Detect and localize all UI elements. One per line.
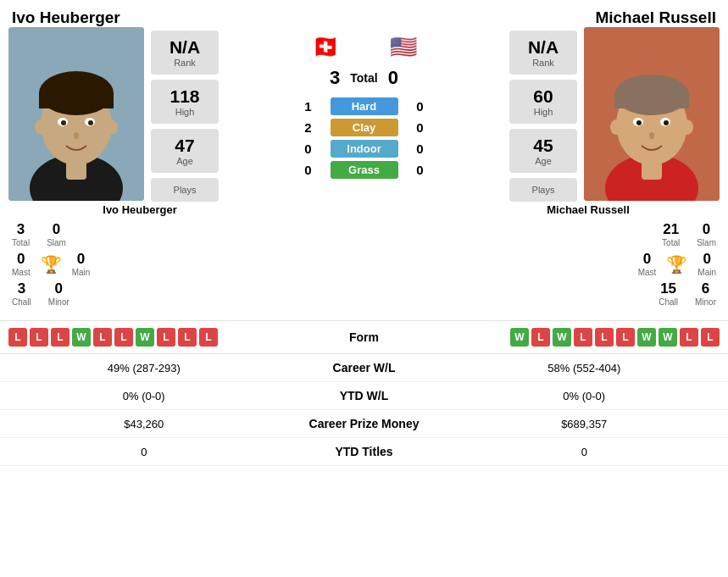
left-minor-block: 0 Minor xyxy=(48,280,69,307)
svg-point-11 xyxy=(35,119,47,135)
total-right: 0 xyxy=(388,67,398,89)
svg-point-23 xyxy=(649,132,654,139)
svg-point-21 xyxy=(636,120,642,125)
right-total-block: 21 Total xyxy=(662,221,680,247)
data-rows: 49% (287-293) Career W/L 58% (552-404) 0… xyxy=(0,353,728,466)
left-form-badge-l: L xyxy=(93,328,112,347)
left-slam-block: 0 Slam xyxy=(47,221,66,247)
left-mast-block: 0 Mast xyxy=(12,251,31,277)
left-player-photo xyxy=(8,27,144,201)
hard-right: 0 xyxy=(412,99,429,114)
left-high-value: 118 xyxy=(161,86,208,107)
grass-left: 0 xyxy=(300,163,317,177)
svg-point-24 xyxy=(610,119,622,135)
left-stats-beside-photo: N/A Rank 118 High 47 Age Plays xyxy=(151,27,219,202)
center-area: 🇨🇭 🇺🇸 3 Total 0 1 Hard 0 2 Clay 0 xyxy=(271,8,457,308)
svg-point-12 xyxy=(106,119,118,135)
career-prize-label: Career Prize Money xyxy=(280,417,449,430)
career-wl-row: 49% (287-293) Career W/L 58% (552-404) xyxy=(0,354,728,382)
right-slam-block: 0 Slam xyxy=(697,221,716,247)
svg-point-9 xyxy=(88,120,93,125)
hard-badge: Hard xyxy=(331,97,398,115)
indoor-left: 0 xyxy=(300,141,317,156)
left-form-badge-w: W xyxy=(72,328,91,347)
right-form-badge-l: L xyxy=(595,328,614,347)
left-total-block: 3 Total xyxy=(12,221,30,247)
right-form-badge-w: W xyxy=(510,328,529,347)
right-chall-block: 15 Chall xyxy=(659,280,678,307)
right-form-badge-l: L xyxy=(531,328,550,347)
hard-row: 1 Hard 0 xyxy=(271,97,457,115)
right-form-badge-l: L xyxy=(680,328,698,347)
right-rank-value: N/A xyxy=(520,37,567,58)
left-ytd-wl: 0% (0-0) xyxy=(8,390,280,402)
left-age-label: Age xyxy=(161,156,208,166)
ytd-titles-label: YTD Titles xyxy=(280,445,449,458)
left-age-card: 47 Age xyxy=(151,129,219,173)
right-plays-label: Plays xyxy=(520,185,567,195)
right-form-badge-w: W xyxy=(659,328,677,347)
left-form-badge-l: L xyxy=(157,328,175,347)
left-player-area: Ivo Heuberger xyxy=(8,8,271,308)
left-form-badge-l: L xyxy=(30,328,48,347)
left-high-label: High xyxy=(161,107,208,117)
right-ytd-wl: 0% (0-0) xyxy=(449,390,720,402)
right-photo-row: N/A Rank 60 High 45 Age Plays xyxy=(457,27,720,202)
left-high-card: 118 High xyxy=(151,80,219,124)
right-form-badge-w: W xyxy=(637,328,656,347)
right-rank-card: N/A Rank xyxy=(509,31,577,75)
total-left: 3 xyxy=(330,67,340,89)
left-form: LLLWLLWLLL xyxy=(8,328,314,347)
career-prize-row: $43,260 Career Prize Money $689,357 xyxy=(0,410,728,438)
surface-rows: 1 Hard 0 2 Clay 0 0 Indoor 0 0 Grass xyxy=(271,97,457,179)
right-age-label: Age xyxy=(520,156,567,166)
left-main-block: 0 Main xyxy=(72,251,91,277)
left-flag: 🇨🇭 xyxy=(312,34,339,60)
left-age-value: 47 xyxy=(161,136,208,156)
right-high-label: High xyxy=(520,107,567,117)
left-rank-card: N/A Rank xyxy=(151,31,219,75)
clay-left: 2 xyxy=(300,120,317,135)
right-form-badge-l: L xyxy=(616,328,635,347)
ytd-wl-label: YTD W/L xyxy=(280,389,449,402)
right-career-wl: 58% (552-404) xyxy=(449,362,720,374)
left-player-name: Ivo Heuberger xyxy=(8,8,271,27)
right-flag: 🇺🇸 xyxy=(390,34,417,60)
right-main-block: 0 Main xyxy=(697,251,716,277)
right-high-value: 60 xyxy=(520,86,567,107)
right-form: WLWLLLWWLL xyxy=(415,328,720,347)
main-container: Ivo Heuberger xyxy=(0,0,728,466)
clay-badge: Clay xyxy=(331,119,398,136)
left-trophy-icon: 🏆 xyxy=(37,254,65,275)
form-section: LLLWLLWLLL Form WLWLLLWWLL xyxy=(0,320,728,353)
grass-badge: Grass xyxy=(331,161,398,179)
left-career-prize: $43,260 xyxy=(8,418,280,430)
left-plays-card: Plays xyxy=(151,178,219,202)
left-chall-block: 3 Chall xyxy=(12,280,31,307)
grass-right: 0 xyxy=(412,163,429,177)
right-form-badge-l: L xyxy=(701,328,720,347)
right-age-value: 45 xyxy=(520,136,567,156)
svg-rect-5 xyxy=(39,93,114,108)
left-player-stats: 3 Total 0 Slam 0 Mast 🏆 xyxy=(8,216,271,308)
right-career-prize: $689,357 xyxy=(449,418,720,430)
right-rank-label: Rank xyxy=(520,58,567,68)
left-form-badge-w: W xyxy=(136,328,154,347)
left-player-name-under: Ivo Heuberger xyxy=(8,203,271,216)
right-form-badge-l: L xyxy=(574,328,592,347)
left-form-badge-l: L xyxy=(51,328,69,347)
grass-row: 0 Grass 0 xyxy=(271,161,457,179)
right-ytd-titles: 0 xyxy=(449,446,720,458)
career-wl-label: Career W/L xyxy=(280,361,449,374)
svg-point-25 xyxy=(681,119,693,135)
right-age-card: 45 Age xyxy=(509,129,577,173)
form-label: Form xyxy=(314,330,415,344)
left-photo-row: N/A Rank 118 High 47 Age Plays xyxy=(8,27,271,202)
svg-rect-18 xyxy=(614,95,689,108)
clay-row: 2 Clay 0 xyxy=(271,119,457,136)
svg-point-22 xyxy=(664,120,669,125)
left-form-badge-l: L xyxy=(178,328,197,347)
hard-left: 1 xyxy=(300,99,317,114)
ytd-titles-row: 0 YTD Titles 0 xyxy=(0,438,728,466)
right-stats-beside-photo: N/A Rank 60 High 45 Age Plays xyxy=(509,27,577,202)
